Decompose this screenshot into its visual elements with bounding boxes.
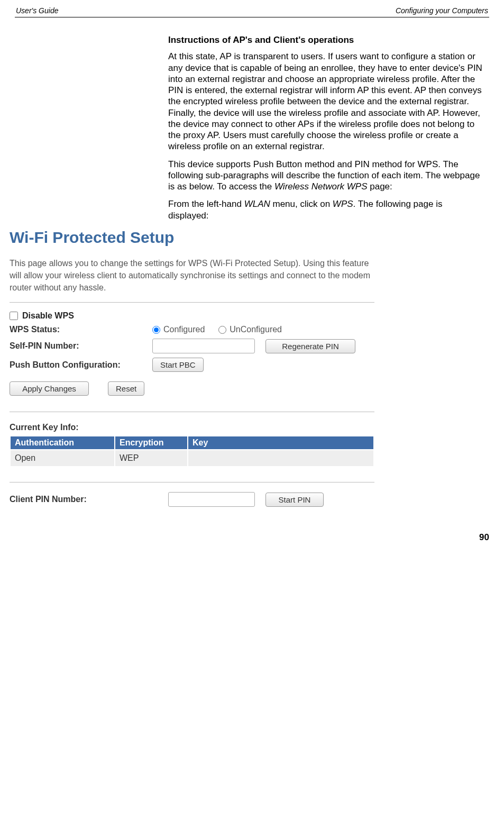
wps-status-row: WPS Status: Configured UnConfigured: [10, 325, 374, 334]
reset-button[interactable]: Reset: [108, 381, 144, 396]
client-pin-label: Client PIN Number:: [10, 495, 168, 504]
start-pin-button[interactable]: Start PIN: [265, 493, 324, 507]
paragraph-3: From the left-hand WLAN menu, click on W…: [168, 198, 484, 221]
client-pin-row: Client PIN Number: Start PIN: [10, 492, 374, 507]
wps-status-configured-option[interactable]: Configured: [152, 325, 205, 334]
divider: [10, 482, 374, 482]
client-pin-input[interactable]: [168, 492, 255, 507]
wps-title: Wi-Fi Protected Setup: [10, 229, 374, 247]
table-header-row: Authentication Encryption Key: [10, 436, 374, 450]
start-pbc-button[interactable]: Start PBC: [152, 358, 204, 372]
header-right: Configuring your Computers: [396, 6, 488, 15]
key-info-table: Authentication Encryption Key Open WEP: [10, 435, 374, 467]
wps-status-label: WPS Status:: [10, 325, 152, 334]
regenerate-pin-button[interactable]: Regenerate PIN: [265, 339, 355, 353]
paragraph-2: This device supports Push Button method …: [168, 159, 484, 193]
document-body: Instructions of AP's and Client's operat…: [168, 34, 484, 221]
self-pin-label: Self-PIN Number:: [10, 341, 152, 351]
wps-status-unconfigured-option[interactable]: UnConfigured: [218, 325, 282, 334]
th-key: Key: [188, 436, 374, 450]
disable-wps-checkbox[interactable]: [10, 312, 18, 320]
table-row: Open WEP: [10, 450, 374, 467]
page-number: 90: [0, 527, 504, 548]
pbc-row: Push Button Configuration: Start PBC: [10, 358, 374, 372]
th-encryption: Encryption: [115, 436, 188, 450]
divider: [10, 412, 374, 412]
self-pin-row: Self-PIN Number: Regenerate PIN: [10, 339, 374, 353]
disable-wps-row: Disable WPS: [10, 311, 374, 321]
header-left: User's Guide: [16, 6, 58, 15]
wps-screenshot-panel: Wi-Fi Protected Setup This page allows y…: [10, 229, 374, 507]
wps-status-configured-radio[interactable]: [152, 326, 160, 334]
divider: [10, 302, 374, 303]
header-rule: [15, 17, 489, 17]
paragraph-1: At this state, AP is transparent to user…: [168, 51, 484, 152]
self-pin-input[interactable]: [152, 339, 255, 353]
section-heading: Instructions of AP's and Client's operat…: [168, 34, 484, 45]
th-authentication: Authentication: [10, 436, 115, 450]
apply-changes-button[interactable]: Apply Changes: [10, 381, 89, 396]
current-key-info-label: Current Key Info:: [10, 423, 374, 432]
td-authentication: Open: [10, 450, 115, 467]
td-key: [188, 450, 374, 467]
pbc-label: Push Button Configuration:: [10, 360, 152, 370]
wps-description: This page allows you to change the setti…: [10, 257, 374, 294]
wps-status-unconfigured-radio[interactable]: [218, 326, 226, 334]
disable-wps-label: Disable WPS: [22, 311, 74, 321]
td-encryption: WEP: [115, 450, 188, 467]
page-header: User's Guide Configuring your Computers: [15, 6, 489, 17]
action-buttons-row: Apply Changes Reset: [10, 381, 374, 396]
